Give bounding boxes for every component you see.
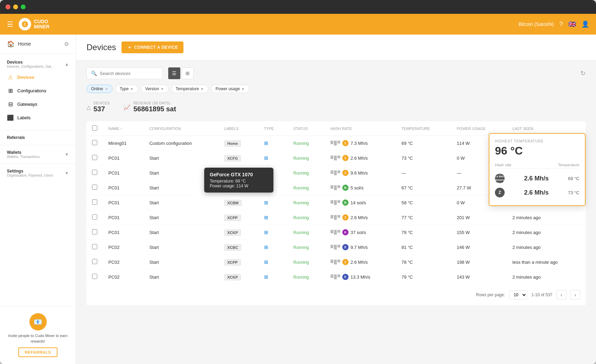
home-label[interactable]: Home: [18, 41, 31, 47]
cell-name: PC01: [103, 166, 144, 180]
connect-device-button[interactable]: ＋ CONNECT A DEVICE: [121, 41, 183, 53]
coin-bubble-z2: Z: [495, 188, 505, 197]
revenue-stat-icon: 📈: [124, 104, 130, 111]
maximize-button[interactable]: [21, 4, 26, 9]
devices-stat-value: 537: [93, 105, 110, 113]
highlight-card-value: 96 °C: [495, 144, 579, 157]
highlight-card-row-1: Zcoin: 2.6 Mh/sMonero: 932 h/s 2.6 Mh/s …: [495, 171, 579, 186]
cell-type: ⊞: [259, 255, 288, 270]
rows-per-page-select[interactable]: 10 25 50: [509, 290, 527, 299]
cell-name: Mining01: [103, 136, 144, 151]
windows-icon: ⊞: [264, 244, 268, 250]
cell-hashrate: Z 9.6 Mh/s: [325, 166, 396, 180]
filter-temperature[interactable]: Temperature ▼: [171, 85, 208, 93]
windows-icon: ⊞: [264, 200, 268, 205]
row-checkbox[interactable]: [92, 214, 97, 220]
cell-label: XCFG: [219, 151, 259, 166]
table-row: PC02 Start XCBC ⊞ Running E 9.7 Mh/s 81 …: [87, 240, 586, 255]
settings-section-header[interactable]: Settings Organisation, Payment, Users ▼: [0, 165, 76, 181]
cell-temp: 78 °C: [396, 255, 451, 270]
table-row: PC01 Start XCPP ⊞ Running Z 2.6 Mh/s 77 …: [87, 210, 586, 225]
filter-type[interactable]: Type ▼: [115, 85, 138, 93]
wallets-section-header[interactable]: Wallets Wallets, Transactions ▼: [0, 147, 76, 162]
sidebar-bottom: 📧 Invite people to Cudo Miner to earn re…: [0, 306, 76, 364]
sidebar-item-gateways[interactable]: ⊟ Gateways: [0, 97, 76, 111]
filter-online[interactable]: Online ✕: [87, 85, 112, 93]
next-page-button[interactable]: ›: [570, 290, 580, 300]
content-area: Devices ＋ CONNECT A DEVICE 🔍 ☰: [76, 35, 596, 364]
grid-view-button[interactable]: ⊞: [182, 67, 193, 79]
coin-bubble-z: Zcoin: 2.6 Mh/sMonero: 932 h/s: [495, 174, 505, 183]
close-button[interactable]: [6, 4, 10, 9]
hamburger-icon[interactable]: ☰: [7, 20, 13, 28]
list-view-button[interactable]: ☰: [168, 67, 180, 79]
row-checkbox[interactable]: [92, 259, 97, 264]
minimize-button[interactable]: [13, 4, 18, 9]
devices-section-header[interactable]: Devices Devices, Configurations, Gat... …: [0, 58, 76, 71]
sidebar-devices-label: Devices: [17, 75, 34, 80]
sidebar-item-labels[interactable]: ⬛ Labels: [0, 111, 76, 124]
row-checkbox[interactable]: [92, 274, 97, 279]
language-icon[interactable]: 🇬🇧: [568, 20, 576, 28]
cell-config: Start: [144, 151, 218, 166]
temp-1: 69 °C: [568, 176, 579, 181]
filter-type-chevron-icon: ▼: [130, 87, 134, 91]
settings-gear-icon[interactable]: ⚙: [64, 41, 69, 47]
tooltip-popup: GeForce GTX 1070 Temperature: 68 °C Powe…: [204, 168, 273, 193]
filter-power-usage[interactable]: Power usage ▼: [211, 85, 249, 93]
cell-lastseen: 2 minutes ago: [507, 210, 586, 225]
row-checkbox[interactable]: [92, 229, 97, 234]
sidebar-labels-label: Labels: [17, 115, 30, 120]
search-input[interactable]: [100, 71, 158, 76]
referrals-section-header[interactable]: Referrals: [0, 132, 76, 143]
sidebar-item-configurations[interactable]: ⊞ Configurations: [0, 84, 76, 97]
col-name[interactable]: Name ↑: [103, 121, 144, 136]
referrals-label: Referrals: [7, 135, 25, 140]
filter-online-close-icon[interactable]: ✕: [105, 87, 108, 91]
settings-label: Settings: [7, 169, 53, 174]
tooltip-power: Power usage: 114 W: [210, 184, 268, 188]
cell-label: XCBC: [219, 240, 259, 255]
cell-lastseen: less than a minute ago: [507, 255, 586, 270]
col-hashrate: Hash rate: [325, 121, 396, 136]
account-icon[interactable]: 👤: [581, 20, 589, 28]
cell-status: Running: [288, 255, 325, 270]
row-checkbox[interactable]: [92, 199, 97, 205]
cell-label: XCPP: [219, 255, 259, 270]
col-labels: Labels: [219, 121, 259, 136]
cell-status: Running: [288, 195, 325, 210]
highlight-hash-2: Z: [495, 188, 505, 197]
tooltip-temp: Temperature: 68 °C: [210, 179, 268, 184]
highlight-card-table-header: Hash rate Temperature: [495, 163, 579, 169]
cell-status: Running: [288, 136, 325, 151]
prev-page-button[interactable]: ‹: [557, 290, 566, 300]
row-checkbox[interactable]: [92, 185, 97, 190]
devices-stat-icon: △: [87, 104, 91, 111]
cell-temp: 67 °C: [396, 180, 451, 195]
cell-name: PC01: [103, 151, 144, 166]
filter-version[interactable]: Version ▼: [141, 85, 169, 93]
row-checkbox[interactable]: [92, 140, 97, 145]
cell-temp: 73 °C: [396, 151, 451, 166]
row-checkbox[interactable]: [92, 170, 97, 175]
sidebar-gateways-label: Gateways: [17, 102, 37, 107]
app-window: ☰ C CUDO MINER Bitcoin (Satoshi): [0, 0, 596, 364]
cell-name: PC01: [103, 225, 144, 240]
cell-type: ⊞: [259, 151, 288, 166]
cell-name: PC02: [103, 270, 144, 284]
devices-stat-label: DEVICES: [93, 101, 110, 105]
referrals-button[interactable]: REFERRALS: [18, 347, 57, 357]
cell-label: XCBM: [219, 195, 259, 210]
referral-illustration: 📧: [29, 313, 47, 330]
refresh-button[interactable]: ↻: [580, 69, 586, 77]
col-status: Status: [288, 121, 325, 136]
cell-power: 155 W: [451, 225, 507, 240]
row-checkbox[interactable]: [92, 244, 97, 249]
select-all-checkbox[interactable]: [92, 125, 97, 131]
help-icon[interactable]: ?: [559, 21, 563, 28]
cell-name: PC02: [103, 255, 144, 270]
row-checkbox[interactable]: [92, 155, 97, 160]
search-icon: 🔍: [91, 71, 97, 76]
cell-config: Start: [144, 240, 218, 255]
sidebar-item-devices[interactable]: ⚠ Devices: [0, 71, 76, 84]
